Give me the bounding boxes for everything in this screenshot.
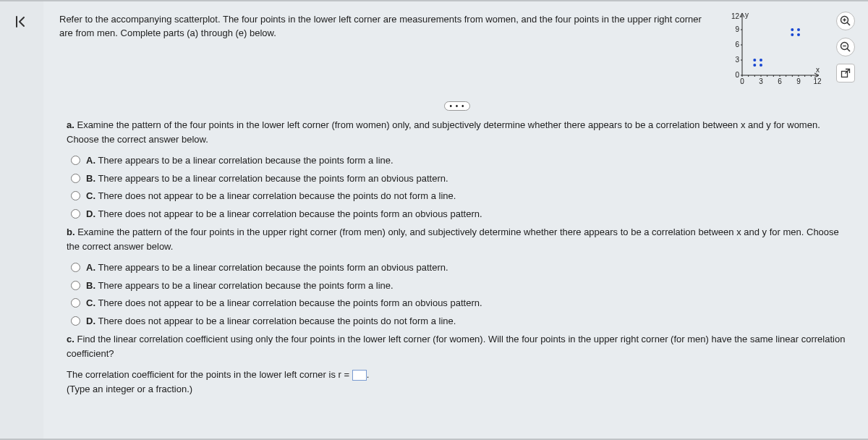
svg-text:12: 12: [813, 77, 822, 85]
expand-ellipsis-button[interactable]: • • •: [444, 101, 470, 111]
zoom-out-icon[interactable]: [836, 38, 855, 56]
popout-icon[interactable]: [836, 64, 855, 82]
part-b-choice-b[interactable]: B. There appears to be a linear correlat…: [71, 279, 849, 293]
r-input[interactable]: [352, 370, 367, 381]
part-b-choice-a[interactable]: A. There appears to be a linear correlat…: [71, 261, 849, 275]
intro-text: Refer to the accompanying scatterplot. T…: [59, 9, 715, 41]
part-b-radio-d[interactable]: [71, 316, 80, 326]
part-a-radio-c[interactable]: [71, 191, 80, 200]
svg-point-33: [760, 59, 762, 62]
svg-text:9: 9: [796, 77, 801, 85]
svg-text:3: 3: [735, 56, 739, 64]
part-a-choice-c[interactable]: C. There does not appear to be a linear …: [71, 189, 849, 203]
svg-point-32: [760, 64, 762, 67]
svg-text:3: 3: [759, 77, 763, 85]
svg-text:9: 9: [735, 25, 739, 33]
part-b-radio-c[interactable]: [71, 298, 80, 308]
part-a-radio-a[interactable]: [71, 156, 80, 165]
part-a-radio-b[interactable]: [71, 174, 80, 183]
svg-line-43: [847, 48, 850, 51]
y-axis-label: y: [745, 11, 749, 19]
part-b-choice-c[interactable]: C. There does not appear to be a linear …: [71, 296, 849, 310]
part-b-prompt: b. Examine the pattern of the four point…: [67, 225, 849, 253]
part-b-choice-d[interactable]: D. There does not appear to be a linear …: [71, 314, 849, 329]
part-a-prompt: a. Examine the pattern of the four point…: [67, 118, 849, 146]
svg-text:6: 6: [778, 77, 782, 85]
svg-point-30: [753, 64, 756, 67]
svg-text:6: 6: [735, 41, 739, 48]
svg-text:12: 12: [731, 12, 740, 20]
part-c-hint: (Type an integer or a fraction.): [67, 382, 849, 397]
part-a-choice-d[interactable]: D. There does not appear to be a linear …: [71, 207, 849, 221]
part-c-prompt: c. Find the linear correlation coefficie…: [67, 332, 849, 360]
part-b-radio-a[interactable]: [71, 263, 80, 272]
collapse-panel-icon[interactable]: [14, 14, 29, 439]
svg-text:0: 0: [735, 71, 739, 79]
part-c-answer-line: The correlation coefficient for the poin…: [67, 368, 849, 396]
part-a-choice-a[interactable]: A. There appears to be a linear correlat…: [71, 153, 849, 168]
svg-point-37: [797, 28, 800, 31]
part-a-choice-b[interactable]: B. There appears to be a linear correlat…: [71, 172, 849, 186]
zoom-in-icon[interactable]: [836, 12, 855, 30]
svg-point-34: [791, 33, 793, 36]
svg-line-39: [847, 22, 850, 25]
part-a-radio-d[interactable]: [71, 209, 80, 219]
svg-point-36: [797, 33, 800, 36]
x-axis-label: x: [816, 66, 820, 74]
svg-point-31: [753, 59, 756, 62]
svg-point-35: [791, 28, 793, 31]
scatterplot: y x 0 3 6 9 12: [725, 10, 826, 88]
part-b-radio-b[interactable]: [71, 281, 80, 290]
svg-text:0: 0: [740, 77, 744, 85]
